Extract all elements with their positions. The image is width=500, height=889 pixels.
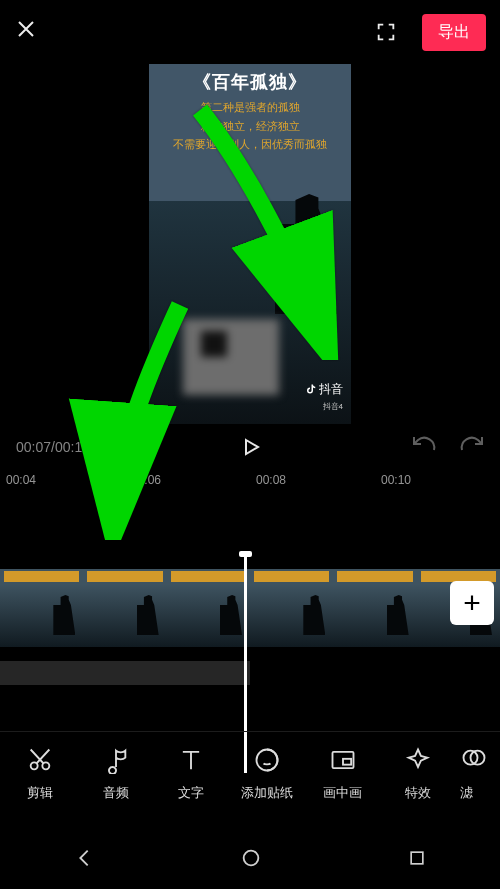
clip-thumb[interactable] <box>0 569 83 647</box>
tool-cut[interactable]: 剪辑 <box>2 746 78 827</box>
tool-audio[interactable]: 音频 <box>78 746 154 827</box>
preview-subtitle: 第二种是强者的孤独 精神独立，经济独立 不需要迎合别人，因优秀而孤独 <box>149 94 351 158</box>
tool-pip[interactable]: 画中画 <box>305 746 381 827</box>
svg-point-7 <box>244 851 259 866</box>
nav-home-icon[interactable] <box>240 847 262 873</box>
timecode: 00:07/00:18 <box>16 439 90 455</box>
undo-button[interactable] <box>412 434 438 459</box>
video-preview[interactable]: 《百年孤独》 第二种是强者的孤独 精神独立，经济独立 不需要迎合别人，因优秀而孤… <box>149 64 351 424</box>
fullscreen-icon[interactable] <box>374 20 398 44</box>
nav-back-icon[interactable] <box>73 847 95 873</box>
nav-recent-icon[interactable] <box>407 848 427 872</box>
subtitle-lane[interactable] <box>0 661 250 685</box>
watermark: 抖音 抖音4 <box>305 381 343 413</box>
android-navbar <box>0 831 500 889</box>
tool-filter[interactable]: 滤 <box>456 746 498 827</box>
bottom-toolbar: 剪辑 音频 文字 添加贴纸 画中画 特效 滤 <box>0 731 500 827</box>
clip-thumb[interactable] <box>167 569 250 647</box>
tool-label: 音频 <box>103 784 129 802</box>
tool-label: 添加贴纸 <box>241 784 293 802</box>
timeline-track[interactable]: + <box>0 513 500 693</box>
redo-button[interactable] <box>458 434 484 459</box>
timeline-ruler[interactable]: 00:04 00:06 00:08 00:10 <box>0 467 500 495</box>
ruler-mark: 00:04 <box>0 473 125 495</box>
play-button[interactable] <box>100 435 402 459</box>
export-button[interactable]: 导出 <box>422 14 486 51</box>
ruler-mark: 00:10 <box>375 473 500 495</box>
preview-title: 《百年孤独》 <box>149 64 351 94</box>
tool-text[interactable]: 文字 <box>153 746 229 827</box>
tool-fx[interactable]: 特效 <box>380 746 456 827</box>
tool-label: 画中画 <box>323 784 362 802</box>
clip-thumb[interactable] <box>333 569 416 647</box>
clip-thumb[interactable] <box>250 569 333 647</box>
close-icon[interactable] <box>14 16 38 48</box>
tool-sticker[interactable]: 添加贴纸 <box>229 746 305 827</box>
tool-label: 特效 <box>405 784 431 802</box>
clip-thumb[interactable] <box>83 569 166 647</box>
svg-rect-4 <box>343 759 351 765</box>
tool-label: 剪辑 <box>27 784 53 802</box>
tool-label: 滤 <box>460 784 473 802</box>
ruler-mark: 00:06 <box>125 473 250 495</box>
svg-rect-8 <box>411 852 423 864</box>
ruler-mark: 00:08 <box>250 473 375 495</box>
tool-label: 文字 <box>178 784 204 802</box>
add-clip-button[interactable]: + <box>450 581 494 625</box>
